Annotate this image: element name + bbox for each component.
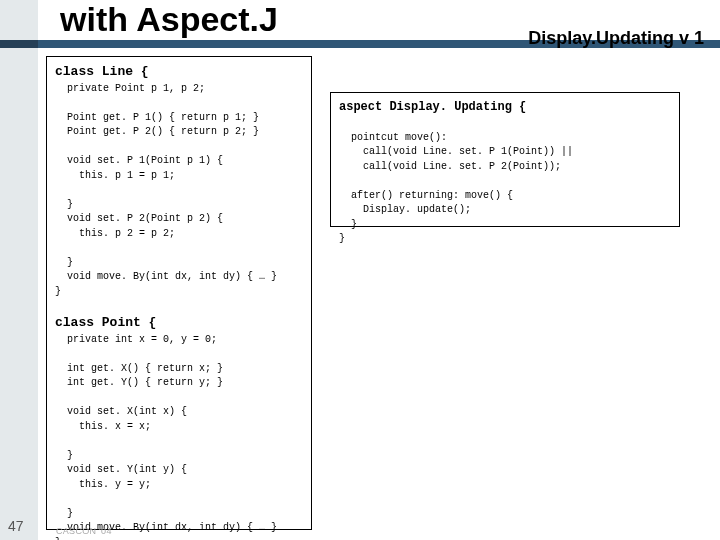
code-line: this. x = x; xyxy=(55,421,151,432)
slide: with Aspect.J Display.Updating v 1 class… xyxy=(0,0,720,540)
code-line: void move. By(int dx, int dy) { … } xyxy=(55,271,277,282)
code-line: } xyxy=(339,219,357,230)
class-line-header: class Line { xyxy=(55,64,149,79)
code-line: void set. Y(int y) { xyxy=(55,464,187,475)
code-box-left: class Line { private Point p 1, p 2; Poi… xyxy=(46,56,312,530)
code-box-right: aspect Display. Updating { pointcut move… xyxy=(330,92,680,227)
code-line: void set. P 2(Point p 2) { xyxy=(55,213,223,224)
aspect-header: aspect Display. Updating { xyxy=(339,100,526,114)
title-underline-dark xyxy=(0,40,38,48)
code-line: void set. P 1(Point p 1) { xyxy=(55,155,223,166)
code-line: } xyxy=(55,450,73,461)
code-line: call(void Line. set. P 1(Point)) || xyxy=(339,146,573,157)
code-left-content: class Line { private Point p 1, p 2; Poi… xyxy=(55,63,303,540)
code-line: Point get. P 2() { return p 2; } xyxy=(55,126,259,137)
slide-title: with Aspect.J xyxy=(60,0,278,39)
code-line: this. p 2 = p 2; xyxy=(55,228,175,239)
code-right-content: aspect Display. Updating { pointcut move… xyxy=(339,99,671,247)
code-line: call(void Line. set. P 2(Point)); xyxy=(339,161,561,172)
code-line: Display. update(); xyxy=(339,204,471,215)
code-line: } xyxy=(55,286,61,297)
code-line: } xyxy=(55,257,73,268)
code-line: int get. Y() { return y; } xyxy=(55,377,223,388)
code-line: this. p 1 = p 1; xyxy=(55,170,175,181)
code-line: } xyxy=(55,508,73,519)
class-point-header: class Point { xyxy=(55,315,156,330)
code-line: private int x = 0, y = 0; xyxy=(55,334,217,345)
sidebar-accent xyxy=(0,0,38,540)
code-line: } xyxy=(55,199,73,210)
code-line: pointcut move(): xyxy=(339,132,447,143)
code-line: this. y = y; xyxy=(55,479,151,490)
code-line: int get. X() { return x; } xyxy=(55,363,223,374)
footer-text: CASCON '04 xyxy=(56,526,112,536)
code-line: after() returning: move() { xyxy=(339,190,513,201)
page-number: 47 xyxy=(8,518,24,534)
slide-subtitle: Display.Updating v 1 xyxy=(528,28,704,49)
code-line: private Point p 1, p 2; xyxy=(55,83,205,94)
code-line: Point get. P 1() { return p 1; } xyxy=(55,112,259,123)
code-line: } xyxy=(339,233,345,244)
code-line: void set. X(int x) { xyxy=(55,406,187,417)
